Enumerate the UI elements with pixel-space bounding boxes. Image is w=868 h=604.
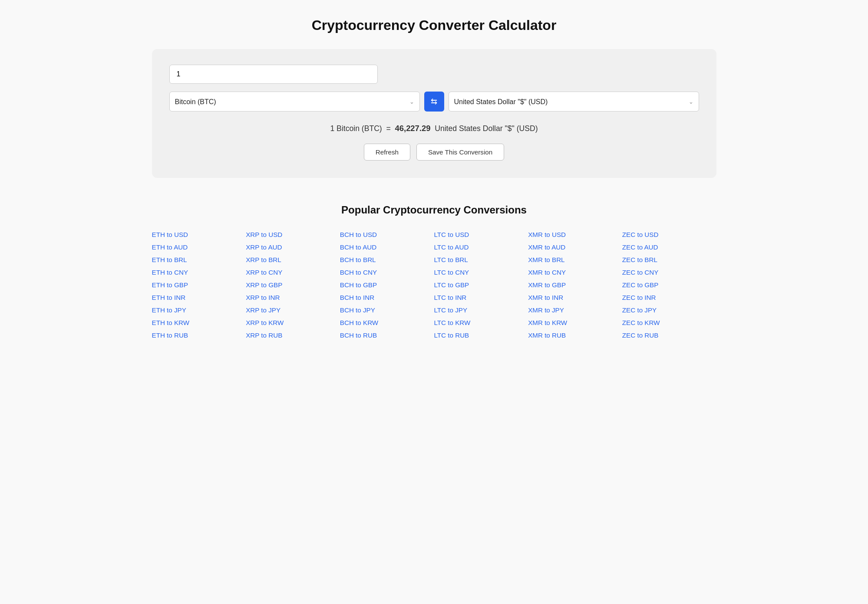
conversion-link[interactable]: XRP to RUB xyxy=(246,330,340,341)
conversion-link[interactable]: ZEC to BRL xyxy=(622,254,716,265)
conversion-link[interactable]: XRP to INR xyxy=(246,292,340,303)
conversion-link[interactable]: ZEC to INR xyxy=(622,292,716,303)
conversion-link[interactable]: XMR to AUD xyxy=(528,242,622,253)
conversion-link[interactable]: BCH to RUB xyxy=(340,330,434,341)
conversion-link[interactable]: XMR to RUB xyxy=(528,330,622,341)
conversion-link[interactable]: XMR to CNY xyxy=(528,267,622,278)
to-currency-wrapper[interactable]: United States Dollar "$" (USD) Australia… xyxy=(449,92,699,112)
from-currency-chevron-icon: ⌄ xyxy=(409,98,414,105)
conversions-grid: ETH to USDETH to AUDETH to BRLETH to CNY… xyxy=(152,229,716,341)
converter-card: Bitcoin (BTC) Ethereum (ETH) Ripple (XRP… xyxy=(152,49,716,178)
conversion-link[interactable]: XMR to KRW xyxy=(528,317,622,328)
action-buttons: Refresh Save This Conversion xyxy=(169,144,699,161)
result-prefix: 1 Bitcoin (BTC) xyxy=(330,124,382,133)
conversion-link[interactable]: XMR to BRL xyxy=(528,254,622,265)
swap-icon: ⇆ xyxy=(431,97,437,106)
conversion-link[interactable]: XRP to CNY xyxy=(246,267,340,278)
conversion-link[interactable]: ETH to INR xyxy=(152,292,246,303)
amount-input[interactable] xyxy=(169,65,378,84)
conversion-link[interactable]: BCH to AUD xyxy=(340,242,434,253)
from-currency-select[interactable]: Bitcoin (BTC) Ethereum (ETH) Ripple (XRP… xyxy=(175,98,409,105)
result-line: 1 Bitcoin (BTC) = 46,227.29 United State… xyxy=(169,124,699,133)
conversion-link[interactable]: BCH to USD xyxy=(340,229,434,240)
conversion-link[interactable]: LTC to RUB xyxy=(434,330,528,341)
result-value: 46,227.29 xyxy=(395,124,431,133)
conversion-link[interactable]: XMR to INR xyxy=(528,292,622,303)
conversion-link[interactable]: XRP to AUD xyxy=(246,242,340,253)
result-suffix: United States Dollar "$" (USD) xyxy=(435,124,538,133)
selectors-row: Bitcoin (BTC) Ethereum (ETH) Ripple (XRP… xyxy=(169,92,699,112)
refresh-button[interactable]: Refresh xyxy=(364,144,410,161)
to-currency-select[interactable]: United States Dollar "$" (USD) Australia… xyxy=(454,98,689,105)
conversion-link[interactable]: XMR to GBP xyxy=(528,279,622,290)
conversion-col-xrp: XRP to USDXRP to AUDXRP to BRLXRP to CNY… xyxy=(246,229,340,341)
from-currency-wrapper[interactable]: Bitcoin (BTC) Ethereum (ETH) Ripple (XRP… xyxy=(169,92,420,112)
conversion-link[interactable]: ETH to KRW xyxy=(152,317,246,328)
conversion-link[interactable]: BCH to INR xyxy=(340,292,434,303)
conversion-link[interactable]: BCH to BRL xyxy=(340,254,434,265)
conversion-link[interactable]: ZEC to USD xyxy=(622,229,716,240)
conversion-link[interactable]: ETH to AUD xyxy=(152,242,246,253)
conversion-link[interactable]: LTC to CNY xyxy=(434,267,528,278)
conversion-link[interactable]: LTC to AUD xyxy=(434,242,528,253)
conversion-col-ltc: LTC to USDLTC to AUDLTC to BRLLTC to CNY… xyxy=(434,229,528,341)
to-currency-chevron-icon: ⌄ xyxy=(689,98,693,105)
conversion-link[interactable]: ETH to USD xyxy=(152,229,246,240)
popular-conversions-title: Popular Cryptocurrency Conversions xyxy=(152,204,716,216)
conversion-link[interactable]: ETH to CNY xyxy=(152,267,246,278)
conversion-link[interactable]: XMR to USD xyxy=(528,229,622,240)
conversion-link[interactable]: ZEC to RUB xyxy=(622,330,716,341)
conversion-link[interactable]: LTC to BRL xyxy=(434,254,528,265)
conversion-col-zec: ZEC to USDZEC to AUDZEC to BRLZEC to CNY… xyxy=(622,229,716,341)
conversion-col-eth: ETH to USDETH to AUDETH to BRLETH to CNY… xyxy=(152,229,246,341)
conversion-link[interactable]: LTC to JPY xyxy=(434,305,528,315)
conversion-link[interactable]: LTC to GBP xyxy=(434,279,528,290)
result-equals: = xyxy=(386,124,391,133)
conversion-col-bch: BCH to USDBCH to AUDBCH to BRLBCH to CNY… xyxy=(340,229,434,341)
save-conversion-button[interactable]: Save This Conversion xyxy=(416,144,504,161)
conversion-link[interactable]: ZEC to GBP xyxy=(622,279,716,290)
conversion-link[interactable]: XRP to GBP xyxy=(246,279,340,290)
conversion-link[interactable]: XMR to JPY xyxy=(528,305,622,315)
swap-button[interactable]: ⇆ xyxy=(424,92,444,112)
conversion-col-xmr: XMR to USDXMR to AUDXMR to BRLXMR to CNY… xyxy=(528,229,622,341)
conversion-link[interactable]: ETH to JPY xyxy=(152,305,246,315)
conversion-link[interactable]: ZEC to AUD xyxy=(622,242,716,253)
conversion-link[interactable]: BCH to CNY xyxy=(340,267,434,278)
conversion-link[interactable]: LTC to INR xyxy=(434,292,528,303)
conversion-link[interactable]: ZEC to JPY xyxy=(622,305,716,315)
conversion-link[interactable]: BCH to KRW xyxy=(340,317,434,328)
conversion-link[interactable]: ETH to BRL xyxy=(152,254,246,265)
conversion-link[interactable]: XRP to KRW xyxy=(246,317,340,328)
conversion-link[interactable]: ZEC to KRW xyxy=(622,317,716,328)
conversion-link[interactable]: ETH to GBP xyxy=(152,279,246,290)
conversion-link[interactable]: XRP to BRL xyxy=(246,254,340,265)
conversion-link[interactable]: XRP to USD xyxy=(246,229,340,240)
conversion-link[interactable]: LTC to KRW xyxy=(434,317,528,328)
conversion-link[interactable]: ZEC to CNY xyxy=(622,267,716,278)
conversion-link[interactable]: LTC to USD xyxy=(434,229,528,240)
page-title: Cryptocurrency Converter Calculator xyxy=(152,17,716,33)
conversion-link[interactable]: XRP to JPY xyxy=(246,305,340,315)
conversion-link[interactable]: BCH to GBP xyxy=(340,279,434,290)
conversion-link[interactable]: ETH to RUB xyxy=(152,330,246,341)
conversion-link[interactable]: BCH to JPY xyxy=(340,305,434,315)
